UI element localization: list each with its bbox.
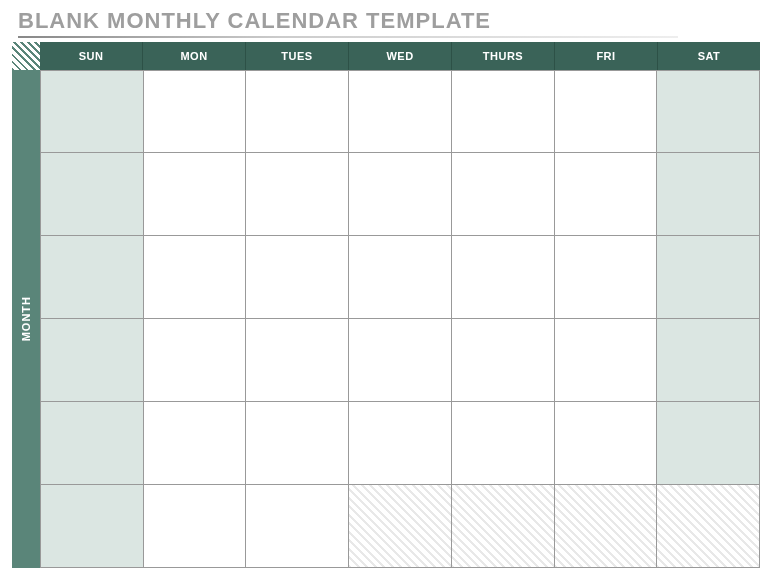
day-header-wed: WED (349, 42, 452, 70)
page-title: BLANK MONTHLY CALENDAR TEMPLATE (18, 8, 760, 34)
day-cell[interactable] (657, 70, 760, 153)
day-cell[interactable] (144, 319, 247, 402)
day-cell[interactable] (555, 319, 658, 402)
day-cell[interactable] (452, 153, 555, 236)
day-cell[interactable] (246, 153, 349, 236)
day-cell[interactable] (555, 236, 658, 319)
day-cell[interactable] (349, 236, 452, 319)
day-cell[interactable] (452, 236, 555, 319)
day-cell[interactable] (144, 153, 247, 236)
week-row-2 (40, 153, 760, 236)
day-cell[interactable] (657, 402, 760, 485)
title-underline (18, 36, 678, 38)
corner-hatched-cell (12, 42, 40, 70)
calendar-container: SUN MON TUES WED THURS FRI SAT MONTH (12, 42, 760, 568)
day-cell[interactable] (657, 153, 760, 236)
day-cell-unused (555, 485, 658, 568)
day-cell[interactable] (452, 70, 555, 153)
week-row-5 (40, 402, 760, 485)
week-row-4 (40, 319, 760, 402)
day-cell-unused (657, 485, 760, 568)
calendar-grid (40, 70, 760, 568)
day-cell-unused (349, 485, 452, 568)
day-cell-unused (452, 485, 555, 568)
day-cell[interactable] (40, 319, 144, 402)
day-cell[interactable] (349, 70, 452, 153)
day-cell[interactable] (246, 485, 349, 568)
day-cell[interactable] (144, 485, 247, 568)
day-header-sat: SAT (658, 42, 760, 70)
day-cell[interactable] (657, 319, 760, 402)
day-cell[interactable] (349, 319, 452, 402)
day-cell[interactable] (144, 236, 247, 319)
week-row-1 (40, 70, 760, 153)
day-cell[interactable] (40, 485, 144, 568)
day-cell[interactable] (40, 153, 144, 236)
day-cell[interactable] (555, 402, 658, 485)
month-sidebar: MONTH (12, 70, 40, 568)
day-cell[interactable] (349, 402, 452, 485)
day-cell[interactable] (246, 319, 349, 402)
day-cell[interactable] (40, 402, 144, 485)
day-cell[interactable] (555, 70, 658, 153)
day-header-thurs: THURS (452, 42, 555, 70)
day-header-sun: SUN (40, 42, 143, 70)
day-cell[interactable] (555, 153, 658, 236)
day-cell[interactable] (246, 70, 349, 153)
week-row-3 (40, 236, 760, 319)
day-cell[interactable] (452, 319, 555, 402)
day-cell[interactable] (657, 236, 760, 319)
day-cell[interactable] (246, 236, 349, 319)
week-row-6 (40, 485, 760, 568)
day-cell[interactable] (144, 402, 247, 485)
day-cell[interactable] (246, 402, 349, 485)
month-label: MONTH (20, 296, 32, 341)
day-cell[interactable] (40, 70, 144, 153)
day-cell[interactable] (40, 236, 144, 319)
calendar-body: MONTH (12, 70, 760, 568)
day-cell[interactable] (144, 70, 247, 153)
day-cell[interactable] (452, 402, 555, 485)
day-header-mon: MON (143, 42, 246, 70)
day-cell[interactable] (349, 153, 452, 236)
day-header-tues: TUES (246, 42, 349, 70)
calendar-header-row: SUN MON TUES WED THURS FRI SAT (12, 42, 760, 70)
day-header-fri: FRI (555, 42, 658, 70)
